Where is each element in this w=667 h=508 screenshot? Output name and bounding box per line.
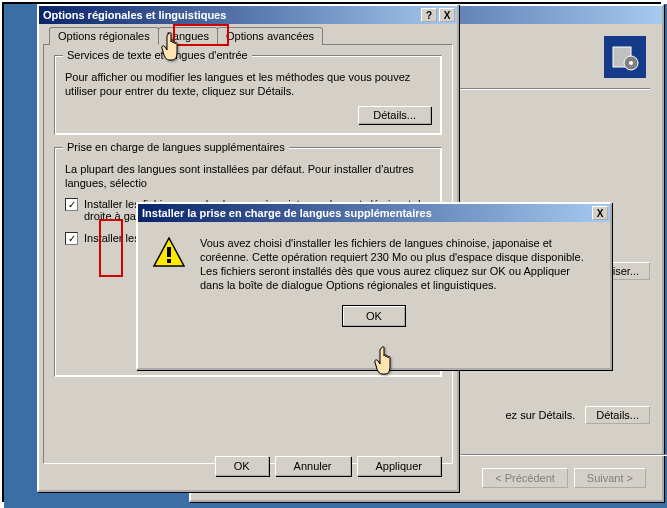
ok-button[interactable]: OK: [215, 456, 269, 476]
text-services-desc: Pour afficher ou modifier les langues et…: [65, 70, 431, 98]
msgbox-text: Vous avez choisi d'installer les fichier…: [200, 236, 596, 292]
msgbox-ok-button[interactable]: OK: [343, 306, 405, 326]
install-languages-msgbox: Installer la prise en charge de langues …: [136, 202, 612, 370]
checkmark-icon: ✓: [68, 199, 76, 210]
bg-details-button[interactable]: Détails...: [585, 406, 650, 424]
next-button[interactable]: Suivant >: [574, 468, 646, 488]
bg-text-9: ez sur Détails.: [506, 409, 576, 421]
help-button[interactable]: ?: [421, 8, 437, 22]
supplemental-langs-desc: La plupart des langues sont installées p…: [65, 162, 431, 190]
package-icon: [604, 36, 646, 78]
svg-rect-4: [167, 247, 171, 257]
apply-button[interactable]: Appliquer: [357, 456, 441, 476]
cancel-button[interactable]: Annuler: [275, 456, 351, 476]
checkmark-icon: ✓: [68, 233, 76, 244]
checkbox-east-asian[interactable]: ✓: [65, 232, 78, 245]
close-button[interactable]: X: [439, 8, 455, 22]
svg-rect-5: [167, 259, 171, 263]
warning-icon: [152, 236, 186, 270]
back-button[interactable]: < Précédent: [482, 468, 568, 488]
svg-point-2: [629, 61, 633, 65]
tab-languages[interactable]: Langues: [158, 27, 218, 45]
tab-regional-options[interactable]: Options régionales: [49, 27, 159, 45]
supplemental-langs-title: Prise en charge de langues supplémentair…: [63, 141, 289, 153]
main-window-title: Options régionales et linguistiques: [41, 9, 421, 21]
checkbox-complex-scripts[interactable]: ✓: [65, 198, 78, 211]
msgbox-title: Installer la prise en charge de langues …: [140, 207, 592, 219]
details-button[interactable]: Détails...: [358, 106, 431, 124]
tab-advanced[interactable]: Options avancées: [217, 27, 323, 45]
text-services-group: Services de texte et langues d'entrée Po…: [54, 55, 442, 135]
text-services-title: Services de texte et langues d'entrée: [63, 49, 252, 61]
msgbox-close-button[interactable]: X: [592, 206, 608, 220]
